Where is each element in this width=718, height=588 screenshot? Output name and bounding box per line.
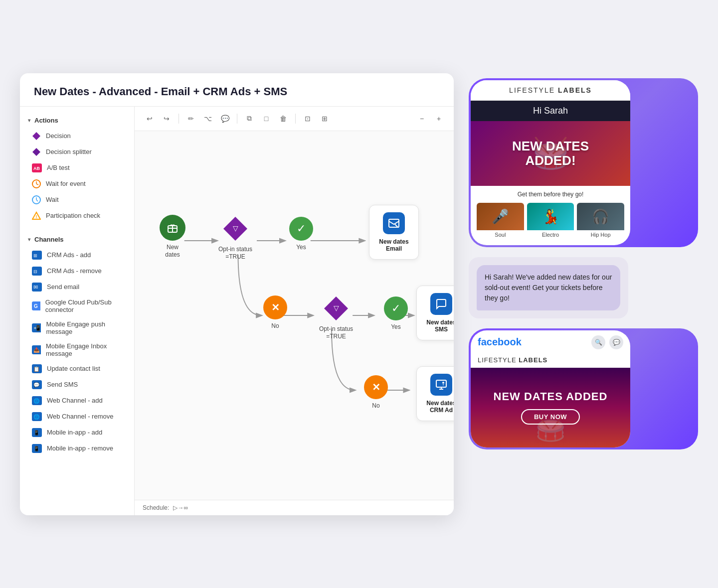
- node-optin-2[interactable]: ▽ Opt-in status=TRUE: [319, 294, 353, 341]
- sidebar-item-decision-splitter[interactable]: Decision splitter: [20, 144, 134, 160]
- email-brand-header: LIFESTYLE LABELS: [471, 80, 630, 101]
- sidebar-item-send-sms[interactable]: 💬 Send SMS: [20, 377, 134, 393]
- sidebar-item-mobile-inapp-add[interactable]: 📱 Mobile in-app - add: [20, 425, 134, 441]
- sidebar-item-mobile-inapp-remove[interactable]: 📱 Mobile in-app - remove: [20, 441, 134, 456]
- web-remove-icon: 🌐: [32, 412, 42, 421]
- fb-ad-hero: 🥁 NEW DATES ADDED BUY NOW: [471, 368, 630, 447]
- node-no-2[interactable]: ✕ No: [364, 375, 388, 410]
- sidebar-section-channels[interactable]: ▾ Channels: [20, 232, 134, 247]
- svg-text:!: !: [36, 214, 37, 219]
- split-button[interactable]: ⌥: [201, 112, 215, 126]
- crm-node-icon: [430, 374, 452, 396]
- fb-ad-title: NEW DATES ADDED: [494, 390, 608, 403]
- node-optin-1[interactable]: ▽ Opt-in status=TRUE: [218, 215, 252, 261]
- copy-button[interactable]: ⧉: [242, 112, 256, 126]
- layout-button[interactable]: ⊞: [318, 112, 332, 126]
- right-panel: LIFESTYLE LABELS Hi Sarah 🥁 NEW DATESADD…: [469, 73, 698, 449]
- sidebar-item-label: CRM Ads - remove: [47, 267, 102, 275]
- node-crm[interactable]: New datesCRM Ad: [416, 366, 454, 421]
- paste-button[interactable]: □: [259, 112, 273, 126]
- schedule-label: Schedule:: [143, 504, 169, 511]
- email-phone-wrapper: LIFESTYLE LABELS Hi Sarah 🥁 NEW DATESADD…: [469, 78, 698, 247]
- node-new-dates-label: Newdates: [165, 244, 180, 259]
- node-email[interactable]: New datesEmail: [369, 205, 419, 260]
- inbox-icon: 📥: [32, 345, 41, 354]
- sidebar-item-web-remove[interactable]: 🌐 Web Channel - remove: [20, 409, 134, 425]
- sidebar-actions-label: Actions: [34, 117, 58, 124]
- google-icon: G: [32, 301, 40, 310]
- sidebar-section-actions[interactable]: ▾ Actions: [20, 113, 134, 128]
- email-brand-suffix: LABELS: [558, 86, 592, 94]
- zoom-in-button[interactable]: +: [432, 112, 446, 126]
- soul-img: 🎤: [477, 203, 524, 230]
- sidebar-item-update-contact[interactable]: 📋 Update contact list: [20, 361, 134, 377]
- sidebar-item-inbox-message[interactable]: 📥 Mobile Engage Inbox message: [20, 339, 134, 361]
- sidebar-item-label: Mobile in-app - add: [47, 429, 102, 436]
- node-sms[interactable]: New datesSMS: [416, 286, 454, 340]
- fb-messenger-icon[interactable]: 💬: [609, 335, 623, 349]
- schedule-value: ▷→∞: [173, 504, 188, 511]
- svg-text:📱: 📱: [33, 430, 40, 436]
- fb-buy-now-button[interactable]: BUY NOW: [521, 409, 580, 425]
- fb-header-icons: 🔍 💬: [591, 335, 623, 349]
- node-no-2-label: No: [372, 402, 379, 410]
- diamond-icon: [32, 132, 41, 141]
- comment-button[interactable]: 💬: [218, 112, 232, 126]
- soul-label: Soul: [495, 230, 506, 239]
- node-optin-1-label: Opt-in status=TRUE: [218, 246, 252, 261]
- node-new-dates[interactable]: Newdates: [160, 215, 185, 259]
- svg-line-9: [36, 200, 38, 201]
- crm-remove-icon: ⊟: [32, 267, 42, 276]
- fb-logo: facebook: [478, 336, 522, 348]
- sidebar-item-crm-add[interactable]: ⊞ CRM Ads - add: [20, 247, 134, 263]
- electro-img: 💃: [527, 203, 574, 230]
- sidebar-item-participation[interactable]: ! Participation check: [20, 208, 134, 224]
- sidebar-item-send-email[interactable]: ✉ Send email: [20, 279, 134, 295]
- svg-marker-1: [32, 148, 40, 156]
- delete-button[interactable]: 🗑: [276, 112, 290, 126]
- diamond-split-icon: [32, 147, 41, 156]
- sidebar-item-label: CRM Ads - add: [47, 251, 91, 259]
- contact-list-icon: 📋: [32, 364, 42, 373]
- svg-text:🌐: 🌐: [33, 414, 40, 420]
- redo-button[interactable]: ↪: [160, 112, 174, 126]
- edit-button[interactable]: ✏: [184, 112, 198, 126]
- sidebar-item-push-message[interactable]: 📲 Mobile Engage push message: [20, 317, 134, 339]
- node-crm-label: New datesCRM Ad: [426, 400, 454, 414]
- fb-search-icon[interactable]: 🔍: [591, 335, 605, 349]
- sidebar-item-ab-test[interactable]: AB A/B test: [20, 160, 134, 176]
- sidebar-item-crm-remove[interactable]: ⊟ CRM Ads - remove: [20, 263, 134, 279]
- fit-button[interactable]: ⊡: [301, 112, 315, 126]
- canvas-area: ↩ ↪ ✏ ⌥ 💬 ⧉ □ 🗑 ⊡ ⊞ − +: [135, 107, 454, 515]
- toolbar-separator-1: [179, 114, 179, 124]
- fb-header: facebook 🔍 💬: [471, 330, 630, 354]
- node-no-1[interactable]: ✕ No: [263, 295, 287, 330]
- sidebar-item-label: Google Cloud Pub/Sub connector: [45, 298, 126, 313]
- email-node-icon: [383, 212, 405, 234]
- sidebar-item-wait[interactable]: Wait: [20, 192, 134, 208]
- canvas[interactable]: Newdates ▽ Opt-in status=TRUE: [135, 131, 454, 500]
- toolbar-separator-3: [295, 114, 296, 124]
- svg-text:⊟: ⊟: [33, 269, 37, 274]
- sidebar-item-label: Update contact list: [47, 365, 100, 372]
- svg-text:📥: 📥: [33, 347, 40, 353]
- node-yes-1[interactable]: ✓ Yes: [289, 217, 313, 252]
- node-email-label: New datesEmail: [379, 238, 408, 252]
- sidebar-item-web-add[interactable]: 🌐 Web Channel - add: [20, 393, 134, 409]
- undo-button[interactable]: ↩: [143, 112, 157, 126]
- sidebar-item-google-pubsub[interactable]: G Google Cloud Pub/Sub connector: [20, 295, 134, 317]
- sidebar-item-wait-event[interactable]: Wait for event: [20, 176, 134, 192]
- genre-electro: 💃 Electro: [527, 203, 574, 239]
- sidebar-item-decision[interactable]: Decision: [20, 128, 134, 144]
- genre-hiphop: 🎧 Hip Hop: [577, 203, 624, 239]
- node-yes-2[interactable]: ✓ Yes: [384, 296, 408, 331]
- sidebar-item-label: Mobile in-app - remove: [47, 444, 113, 452]
- svg-text:G: G: [34, 303, 38, 309]
- chevron-channels-icon: ▾: [28, 237, 30, 242]
- hiphop-label: Hip Hop: [591, 230, 611, 239]
- sidebar-item-label: Participation check: [46, 212, 100, 219]
- email-phone-mockup: LIFESTYLE LABELS Hi Sarah 🥁 NEW DATESADD…: [471, 80, 630, 245]
- sidebar-item-label: Web Channel - remove: [47, 413, 113, 420]
- svg-text:⊞: ⊞: [33, 253, 37, 258]
- zoom-out-button[interactable]: −: [415, 112, 429, 126]
